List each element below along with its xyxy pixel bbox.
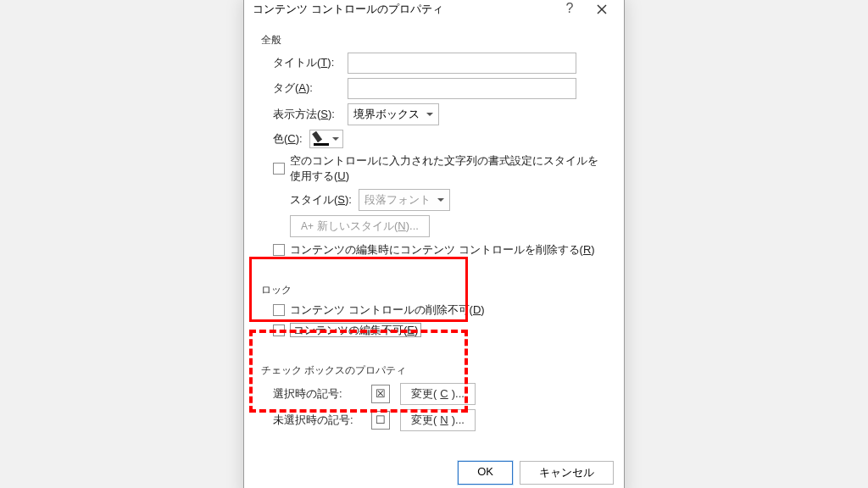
row-color: 色(C):: [273, 130, 607, 148]
color-label: 色(C):: [273, 131, 303, 147]
row-use-style: 空のコントロールに入力された文字列の書式設定にスタイルを使用する(U): [273, 153, 607, 184]
group-general: 全般 タイトル(T): タグ(A): 表示方法(S): 境界ボックス: [254, 25, 614, 269]
use-style-label: 空のコントロールに入力された文字列の書式設定にスタイルを使用する(U): [290, 153, 607, 184]
change-checked-symbol-button[interactable]: 変更(C)...: [400, 383, 476, 405]
no-delete-label: コンテンツ コントロールの削除不可(D): [290, 302, 485, 318]
style-value: 段落フォント: [364, 193, 431, 206]
row-style: スタイル(S): 段落フォント: [290, 189, 607, 211]
row-title: タイトル(T):: [273, 53, 607, 74]
checked-symbol-label: 選択時の記号:: [273, 386, 361, 402]
row-no-edit: コンテンツの編集不可(E): [273, 323, 607, 338]
change-unchecked-symbol-button[interactable]: 変更(N)...: [400, 409, 476, 431]
tag-input[interactable]: [348, 78, 576, 99]
help-button[interactable]: ?: [556, 1, 583, 18]
dialog-titlebar: コンテンツ コントロールのプロパティ ?: [244, 0, 624, 23]
new-style-icon: A+: [301, 220, 314, 232]
style-label: スタイル(S):: [290, 192, 352, 208]
no-edit-label: コンテンツの編集不可(E): [290, 323, 421, 338]
group-lock-legend: ロック: [261, 283, 607, 297]
use-style-checkbox[interactable]: [273, 163, 285, 175]
cancel-button[interactable]: キャンセル: [520, 461, 614, 485]
title-label: タイトル(T):: [273, 55, 341, 70]
remove-on-edit-label: コンテンツの編集時にコンテンツ コントロールを削除する(R): [290, 242, 595, 258]
group-general-legend: 全般: [261, 33, 607, 47]
ok-button[interactable]: OK: [458, 461, 513, 485]
color-picker-button[interactable]: [309, 130, 343, 148]
new-style-label: 新しいスタイル(N)...: [317, 219, 419, 234]
checked-symbol-preview: ☒: [371, 385, 390, 403]
remove-on-edit-checkbox[interactable]: [273, 244, 285, 256]
unchecked-symbol-label: 未選択時の記号:: [273, 413, 361, 428]
unchecked-symbol-preview: ☐: [371, 411, 390, 430]
title-input[interactable]: [348, 53, 576, 74]
tag-label: タグ(A):: [273, 80, 341, 96]
dialog-title: コンテンツ コントロールのプロパティ: [253, 2, 551, 17]
row-no-delete: コンテンツ コントロールの削除不可(D): [273, 302, 607, 318]
close-button[interactable]: [588, 1, 615, 18]
row-unchecked-symbol: 未選択時の記号: ☐ 変更(N)...: [273, 409, 607, 431]
group-checkbox-props: チェック ボックスのプロパティ 選択時の記号: ☒ 変更(C)... 未選択時の…: [254, 355, 614, 442]
row-tag: タグ(A):: [273, 78, 607, 99]
style-select: 段落フォント: [359, 189, 450, 211]
dialog-body: 全般 タイトル(T): タグ(A): 表示方法(S): 境界ボックス: [244, 23, 624, 454]
chevron-down-icon: [332, 137, 339, 144]
row-show-as: 表示方法(S): 境界ボックス: [273, 103, 607, 125]
row-checked-symbol: 選択時の記号: ☒ 変更(C)...: [273, 383, 607, 405]
show-as-select[interactable]: 境界ボックス: [348, 103, 439, 125]
dialog-footer: OK キャンセル: [244, 454, 624, 489]
row-remove-on-edit: コンテンツの編集時にコンテンツ コントロールを削除する(R): [273, 242, 607, 258]
no-edit-checkbox[interactable]: [273, 324, 285, 336]
show-as-label: 表示方法(S):: [273, 107, 341, 122]
group-checkbox-props-legend: チェック ボックスのプロパティ: [261, 363, 607, 378]
new-style-button: A+ 新しいスタイル(N)...: [290, 215, 430, 237]
group-lock: ロック コンテンツ コントロールの削除不可(D) コンテンツの編集不可(E): [254, 274, 614, 350]
close-icon: [597, 4, 607, 14]
show-as-value: 境界ボックス: [353, 108, 420, 120]
paint-bucket-icon: [314, 132, 329, 146]
row-new-style: A+ 新しいスタイル(N)...: [290, 215, 607, 237]
content-control-properties-dialog: コンテンツ コントロールのプロパティ ? 全般 タイトル(T): タグ(A):: [243, 0, 625, 488]
no-delete-checkbox[interactable]: [273, 304, 285, 316]
